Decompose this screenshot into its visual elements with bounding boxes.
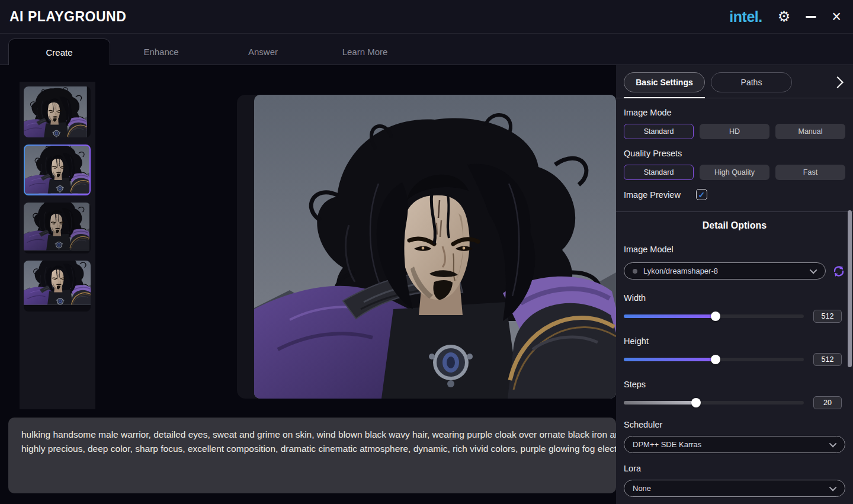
quality-preset-options: Standard High Quality Fast xyxy=(624,165,845,180)
thumbnail-4[interactable] xyxy=(24,261,91,312)
app-title: AI PLAYGROUND xyxy=(9,9,126,25)
create-workspace: hulking handsome male warrior, detailed … xyxy=(0,65,853,504)
steps-slider-row: 20 xyxy=(624,396,845,409)
panel-collapse-chevron-icon[interactable] xyxy=(832,76,844,88)
thumbnail-1[interactable] xyxy=(24,86,91,137)
image-preview-label: Image Preview xyxy=(624,190,681,200)
intel-logo: intel. xyxy=(729,8,762,25)
thumbnail-3[interactable] xyxy=(24,203,91,253)
image-mode-hd-button[interactable]: HD xyxy=(700,124,769,139)
lora-label: Lora xyxy=(624,464,845,473)
height-value[interactable]: 512 xyxy=(813,353,842,366)
chevron-down-icon xyxy=(810,267,817,274)
close-icon[interactable]: × xyxy=(832,11,841,23)
steps-slider-fill xyxy=(624,401,696,405)
image-preview-row: Image Preview ✓ xyxy=(624,189,845,200)
image-model-label: Image Model xyxy=(624,245,845,254)
scheduler-row: DPM++ SDE Karras xyxy=(624,436,845,453)
panel-divider xyxy=(616,211,853,212)
tab-basic-settings[interactable]: Basic Settings xyxy=(624,72,705,92)
generation-thumbnail-strip xyxy=(20,82,95,409)
titlebar-actions: intel. ⚙ × xyxy=(729,8,841,25)
quality-presets-label: Quality Presets xyxy=(624,149,845,158)
scheduler-dropdown[interactable]: DPM++ SDE Karras xyxy=(624,436,845,453)
settings-panel-tabs: Basic Settings Paths xyxy=(616,65,853,98)
lora-dropdown[interactable]: None xyxy=(624,480,845,497)
width-slider-row: 512 xyxy=(624,310,845,323)
width-value[interactable]: 512 xyxy=(813,310,842,323)
thumbnail-2-selected[interactable] xyxy=(24,145,91,195)
image-mode-manual-button[interactable]: Manual xyxy=(775,124,845,139)
width-slider-fill xyxy=(624,314,716,318)
quality-high-quality-button[interactable]: High Quality xyxy=(700,165,769,180)
tab-paths[interactable]: Paths xyxy=(711,72,792,92)
tab-enhance[interactable]: Enhance xyxy=(110,38,212,65)
image-preview-checkbox[interactable]: ✓ xyxy=(696,189,707,200)
detail-options-title: Detail Options xyxy=(624,220,845,231)
image-mode-options: Standard HD Manual xyxy=(624,124,845,139)
settings-panel: Basic Settings Paths Image Mode Standard… xyxy=(616,65,853,504)
steps-slider[interactable] xyxy=(624,401,804,405)
app-window: AI PLAYGROUND intel. ⚙ × Create Enhance … xyxy=(0,0,853,504)
scheduler-label: Scheduler xyxy=(624,420,845,429)
prompt-text-line1: hulking handsome male warrior, detailed … xyxy=(21,428,603,442)
chevron-down-icon xyxy=(829,440,837,448)
image-mode-standard-button[interactable]: Standard xyxy=(624,124,694,139)
settings-gear-icon[interactable]: ⚙ xyxy=(778,9,791,24)
height-slider[interactable] xyxy=(624,358,804,361)
refresh-models-icon[interactable] xyxy=(832,265,845,278)
active-tab-underline xyxy=(624,97,705,98)
generated-image-warrior[interactable] xyxy=(254,95,616,399)
quality-fast-button[interactable]: Fast xyxy=(775,165,845,180)
minimize-icon[interactable] xyxy=(806,16,816,18)
tab-answer[interactable]: Answer xyxy=(212,38,314,65)
lora-row: None xyxy=(624,480,845,497)
model-status-dot-icon xyxy=(633,269,637,274)
width-slider-thumb[interactable] xyxy=(711,312,720,321)
prompt-text-line2: highly precious, deep color, sharp focus… xyxy=(21,442,603,456)
steps-label: Steps xyxy=(624,380,845,389)
tab-create[interactable]: Create xyxy=(8,38,110,65)
image-model-value: Lykon/dreamshaper-8 xyxy=(643,267,718,275)
width-label: Width xyxy=(624,293,845,303)
width-slider[interactable] xyxy=(624,314,804,318)
steps-slider-thumb[interactable] xyxy=(691,398,701,407)
prompt-input[interactable]: hulking handsome male warrior, detailed … xyxy=(8,418,616,493)
height-slider-row: 512 xyxy=(624,353,845,366)
height-label: Height xyxy=(624,336,845,346)
titlebar: AI PLAYGROUND intel. ⚙ × xyxy=(0,0,853,34)
main-tabbar: Create Enhance Answer Learn More xyxy=(0,34,853,65)
height-slider-thumb[interactable] xyxy=(711,355,720,364)
checkmark-icon: ✓ xyxy=(698,191,706,199)
quality-standard-button[interactable]: Standard xyxy=(624,165,694,180)
tab-learn-more[interactable]: Learn More xyxy=(314,38,416,65)
height-slider-fill xyxy=(624,358,716,361)
steps-value[interactable]: 20 xyxy=(813,396,842,409)
panel-scrollbar[interactable] xyxy=(848,210,852,367)
scheduler-value: DPM++ SDE Karras xyxy=(633,440,701,449)
lora-value: None xyxy=(633,484,651,493)
chevron-down-icon xyxy=(829,484,837,492)
image-canvas xyxy=(237,95,616,399)
image-mode-label: Image Mode xyxy=(624,108,845,117)
image-model-row: Lykon/dreamshaper-8 xyxy=(624,262,845,280)
image-model-dropdown[interactable]: Lykon/dreamshaper-8 xyxy=(624,262,826,280)
